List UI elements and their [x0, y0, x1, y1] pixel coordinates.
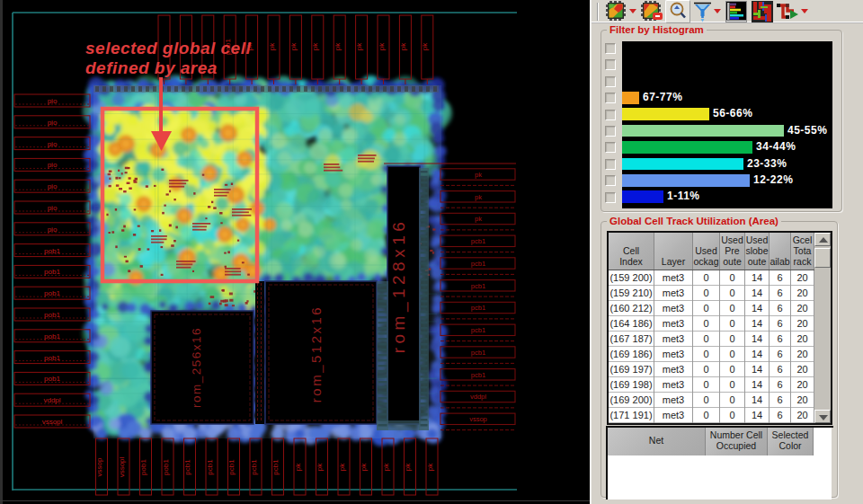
svg-text:vddpl: vddpl	[43, 396, 60, 404]
svg-text:pcb1: pcb1	[227, 459, 236, 475]
svg-text:pcb1: pcb1	[183, 459, 191, 475]
svg-text:pob1: pob1	[139, 459, 147, 475]
svg-text:rom_128x16: rom_128x16	[389, 218, 409, 354]
svg-text:pcb1: pcb1	[471, 282, 485, 290]
svg-text:pio: pio	[48, 140, 58, 148]
svg-text:pk: pk	[289, 42, 298, 50]
svg-text:pob1: pob1	[44, 332, 60, 340]
svg-text:selected global cell: selected global cell	[85, 39, 251, 57]
svg-text:pk: pk	[382, 463, 390, 471]
svg-text:pob1: pob1	[44, 375, 60, 383]
svg-text:pob1: pob1	[44, 354, 60, 362]
svg-text:vddpl: vddpl	[470, 393, 486, 401]
svg-text:pk: pk	[311, 42, 319, 50]
svg-text:pk: pk	[334, 42, 342, 50]
svg-text:pcb1: pcb1	[471, 237, 485, 245]
svg-text:pcb1: pcb1	[471, 326, 485, 334]
svg-text:pob1: pob1	[44, 311, 60, 319]
svg-text:pk: pk	[475, 171, 482, 179]
svg-text:pio: pio	[48, 225, 58, 234]
svg-text:vssopl: vssopl	[118, 456, 126, 477]
svg-text:pio: pio	[48, 204, 58, 212]
svg-text:rom_256x16: rom_256x16	[190, 327, 203, 408]
svg-text:pcb1: pcb1	[471, 260, 485, 268]
svg-text:vssopl: vssopl	[42, 418, 63, 426]
svg-text:pio: pio	[48, 119, 58, 127]
svg-text:pk: pk	[360, 463, 368, 471]
svg-text:pk: pk	[294, 463, 302, 471]
svg-text:vssop: vssop	[469, 415, 487, 423]
svg-text:vssop: vssop	[95, 457, 103, 476]
svg-text:pk: pk	[426, 463, 434, 471]
svg-text:pcb1: pcb1	[471, 349, 485, 357]
svg-text:pk: pk	[475, 215, 482, 223]
svg-text:pk: pk	[399, 42, 407, 50]
svg-text:pk: pk	[268, 42, 276, 50]
svg-text:pob1: pob1	[44, 268, 60, 276]
svg-text:pob1: pob1	[44, 247, 60, 255]
svg-text:pk: pk	[316, 463, 324, 471]
svg-text:pk: pk	[355, 42, 363, 50]
svg-text:pcb1: pcb1	[206, 459, 214, 475]
svg-text:pcb1: pcb1	[271, 459, 280, 475]
svg-text:pk: pk	[404, 463, 412, 471]
svg-text:pk: pk	[421, 42, 429, 50]
svg-text:pio: pio	[48, 182, 58, 190]
svg-text:pob1: pob1	[44, 289, 60, 297]
svg-text:pk: pk	[378, 42, 386, 50]
svg-text:pio: pio	[48, 97, 58, 105]
svg-text:pob1: pob1	[162, 459, 170, 475]
svg-text:pcb1: pcb1	[471, 304, 485, 312]
svg-text:pk: pk	[475, 193, 482, 201]
svg-text:defined by area: defined by area	[85, 58, 218, 77]
svg-text:pcb1: pcb1	[250, 459, 258, 475]
svg-text:pk: pk	[338, 463, 346, 471]
svg-text:pcb1: pcb1	[471, 371, 485, 379]
svg-text:pio: pio	[48, 161, 58, 169]
svg-text:rom_512x16: rom_512x16	[308, 305, 324, 402]
